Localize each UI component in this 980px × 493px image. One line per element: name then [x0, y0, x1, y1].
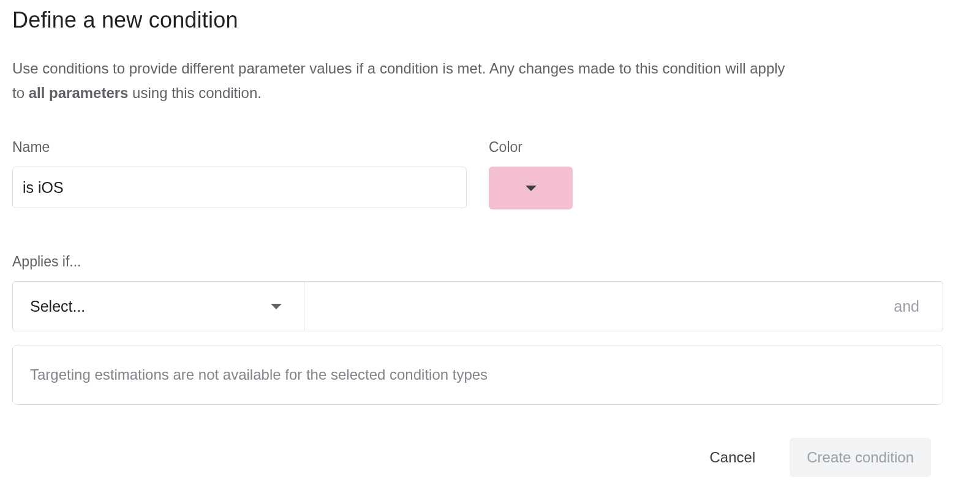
- name-color-row: Name Color: [12, 139, 968, 209]
- targeting-info-message: Targeting estimations are not available …: [12, 345, 943, 405]
- applies-label: Applies if...: [12, 254, 968, 270]
- condition-value-area[interactable]: [304, 282, 870, 331]
- dialog-title: Define a new condition: [12, 7, 968, 33]
- name-input[interactable]: [12, 167, 467, 208]
- chevron-down-icon: [526, 186, 537, 191]
- color-label: Color: [489, 139, 573, 156]
- chevron-down-icon: [271, 304, 282, 309]
- select-placeholder-text: Select...: [30, 298, 85, 315]
- dialog-footer: Cancel Create condition: [12, 438, 968, 477]
- description-part2: using this condition.: [128, 85, 261, 101]
- cancel-button[interactable]: Cancel: [705, 442, 761, 473]
- and-operator-label: and: [870, 282, 943, 331]
- color-field-group: Color: [489, 139, 573, 209]
- create-condition-button[interactable]: Create condition: [790, 438, 931, 477]
- define-condition-dialog: Define a new condition Use conditions to…: [0, 0, 980, 489]
- description-bold: all parameters: [29, 85, 129, 101]
- dialog-description: Use conditions to provide different para…: [12, 56, 796, 105]
- name-label: Name: [12, 139, 467, 156]
- name-field-group: Name: [12, 139, 467, 209]
- applies-condition-row: Select... and: [12, 281, 943, 331]
- condition-type-select[interactable]: Select...: [13, 282, 304, 331]
- color-picker[interactable]: [489, 167, 573, 209]
